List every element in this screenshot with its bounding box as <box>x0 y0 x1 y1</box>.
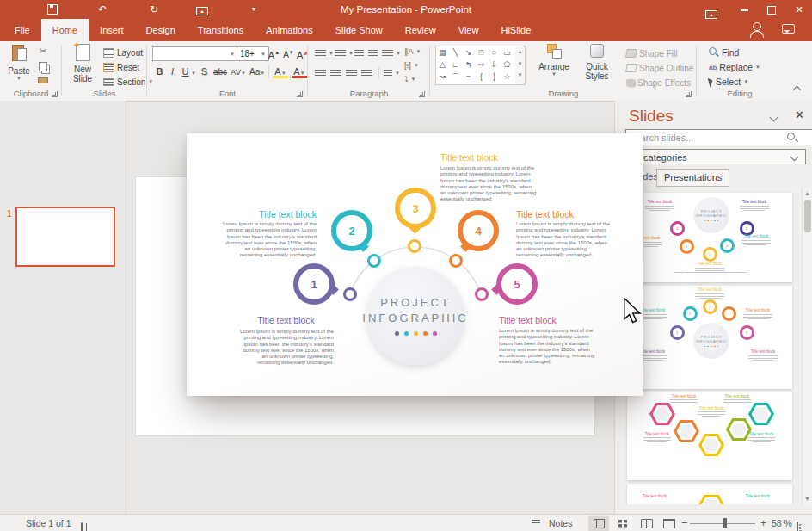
fit-to-window-icon[interactable] <box>797 519 798 531</box>
justify-button[interactable] <box>361 67 372 79</box>
close-button[interactable]: ✕ <box>786 0 812 19</box>
font-color-button[interactable]: A▼ <box>292 65 307 78</box>
shapes-gallery-scroll[interactable]: ▲ ▼ ▼ <box>515 46 526 85</box>
shape-glyph[interactable]: ○ <box>488 46 501 59</box>
clipboard-dialog-launcher[interactable] <box>52 91 58 97</box>
clear-formatting-button[interactable]: A◢ <box>296 46 308 62</box>
slide-preview-overlay[interactable]: 1Title text blockLorem Ipsum is simply d… <box>187 133 643 396</box>
tab-hislide[interactable]: HiSlide <box>489 19 542 41</box>
italic-button[interactable]: I <box>167 65 178 78</box>
text-direction-button[interactable]: ∥A▼ <box>404 46 421 58</box>
align-text-button[interactable]: [⁝]▼ <box>404 59 419 71</box>
zoom-slider-thumb[interactable] <box>723 518 727 528</box>
shape-outline-button[interactable]: Shape Outline <box>626 62 693 74</box>
character-spacing-button[interactable]: AV▼ <box>231 65 246 78</box>
text-shadow-button[interactable]: S <box>199 65 210 78</box>
pane-menu-chevron-icon[interactable] <box>770 114 778 122</box>
select-button[interactable]: Select▼ <box>709 76 748 88</box>
shape-glyph[interactable]: ☆ <box>501 71 514 83</box>
shape-glyph[interactable]: △ <box>436 59 449 71</box>
reading-view-button[interactable] <box>637 516 657 531</box>
shape-glyph[interactable]: ⬠ <box>501 59 514 71</box>
template-thumbnail-2[interactable]: PROJECTINFOGRAPHIC23415Title text blockT… <box>627 286 792 389</box>
bold-button[interactable]: B <box>154 65 165 78</box>
scroll-up-icon[interactable]: ▲ <box>804 190 810 196</box>
tab-design[interactable]: Design <box>135 19 187 41</box>
paste-button[interactable]: Paste▼ <box>5 44 33 81</box>
zoom-in-button[interactable]: + <box>760 515 766 531</box>
shape-glyph[interactable]: ↰ <box>462 59 475 71</box>
shape-effects-button[interactable]: Shape Effects <box>626 77 691 89</box>
shape-glyph[interactable]: ⇩ <box>488 59 501 71</box>
font-dialog-launcher[interactable] <box>297 91 303 97</box>
shape-glyph[interactable]: ▭ <box>501 46 514 59</box>
pane-close-icon[interactable]: ✕ <box>795 108 804 121</box>
tab-animations[interactable]: Animations <box>255 19 323 41</box>
underline-caret[interactable]: ▼ <box>191 71 196 76</box>
font-size-combo[interactable]: 18+▼ <box>237 46 269 61</box>
align-center-button[interactable] <box>330 67 341 79</box>
shape-glyph[interactable]: ↝ <box>436 71 449 83</box>
tab-view[interactable]: View <box>447 19 490 41</box>
zoom-slider-track[interactable] <box>690 523 755 524</box>
normal-view-button[interactable] <box>588 516 609 531</box>
scrollbar-thumb[interactable] <box>804 200 811 232</box>
minimize-button[interactable] <box>731 0 757 19</box>
slideshow-view-button[interactable] <box>659 516 680 531</box>
paragraph-dialog-launcher[interactable] <box>419 91 425 97</box>
convert-smartart-button[interactable]: ⤵▼ <box>404 73 415 85</box>
new-slide-button[interactable]: ✦ New Slide <box>67 44 98 83</box>
account-icon[interactable] <box>748 22 767 38</box>
template-thumbnail-4[interactable]: Title text blockTitle text block <box>627 484 792 504</box>
search-input[interactable] <box>625 129 812 145</box>
tab-review[interactable]: Review <box>394 19 447 41</box>
shape-glyph[interactable]: ▤ <box>436 46 449 59</box>
increase-indent-button[interactable] <box>368 47 378 59</box>
find-button[interactable]: Find <box>709 46 739 59</box>
underline-button[interactable]: U <box>180 65 191 78</box>
replace-button[interactable]: abReplace▼ <box>709 61 760 73</box>
shape-fill-button[interactable]: Shape Fill <box>626 47 677 59</box>
tab-file[interactable]: File <box>3 19 41 41</box>
font-name-combo[interactable]: ▼ <box>152 46 238 61</box>
tab-presentations[interactable]: Presentations <box>656 169 729 187</box>
line-spacing-button[interactable]: ▼ <box>382 47 401 59</box>
shape-glyph[interactable]: ⇨ <box>475 59 488 71</box>
slide-1-thumbnail[interactable] <box>15 207 115 267</box>
tab-transitions[interactable]: Transitions <box>187 19 255 41</box>
change-case-button[interactable]: Aa▼ <box>249 65 265 78</box>
shape-glyph[interactable]: ∟ <box>449 59 462 71</box>
drawing-dialog-launcher[interactable] <box>686 91 692 97</box>
ribbon-display-options-button[interactable] <box>698 0 724 19</box>
shape-glyph[interactable]: ⌒ <box>449 71 462 83</box>
shape-glyph[interactable]: ~ <box>462 71 475 83</box>
columns-button[interactable]: ▼ <box>384 67 400 79</box>
numbering-button[interactable]: ▼ <box>335 47 354 59</box>
template-thumbnail-1[interactable]: PROJECTINFOGRAPHIC12345Title text blockT… <box>627 193 792 282</box>
shape-glyph[interactable]: ╲ <box>449 46 462 59</box>
shape-glyph[interactable]: ↘ <box>462 46 475 59</box>
strikethrough-button[interactable]: abc <box>212 65 229 78</box>
align-left-button[interactable] <box>315 67 326 79</box>
shape-glyph[interactable]: □ <box>475 46 488 59</box>
template-thumbnail-3[interactable]: Title text blockTitle text blockTitle te… <box>627 392 792 480</box>
quick-styles-button[interactable]: Quick Styles <box>578 44 616 81</box>
maximize-button[interactable] <box>759 0 784 19</box>
layout-button[interactable]: Layout <box>103 46 143 59</box>
bullets-button[interactable]: ▼ <box>315 47 334 59</box>
format-painter-button[interactable] <box>38 77 48 83</box>
tab-insert[interactable]: Insert <box>89 19 135 41</box>
copy-button[interactable] <box>39 62 47 71</box>
shrink-font-button[interactable]: A▼ <box>282 46 295 61</box>
comments-icon[interactable] <box>779 22 798 38</box>
highlight-color-button[interactable]: A▼ <box>273 65 288 78</box>
shape-glyph[interactable]: } <box>488 71 501 83</box>
shapes-gallery[interactable]: ▤╲↘□○▭△∟↰⇨⇩⬠↝⌒~{}☆ <box>435 46 516 85</box>
cut-button[interactable]: ✂ <box>36 45 50 58</box>
category-select[interactable]: all categories <box>625 149 806 164</box>
shape-glyph[interactable]: { <box>475 71 488 83</box>
grow-font-button[interactable]: A▲ <box>268 46 280 62</box>
tab-slide-show[interactable]: Slide Show <box>324 19 394 41</box>
slide-sorter-view-button[interactable] <box>612 516 633 531</box>
align-right-button[interactable] <box>346 67 357 79</box>
